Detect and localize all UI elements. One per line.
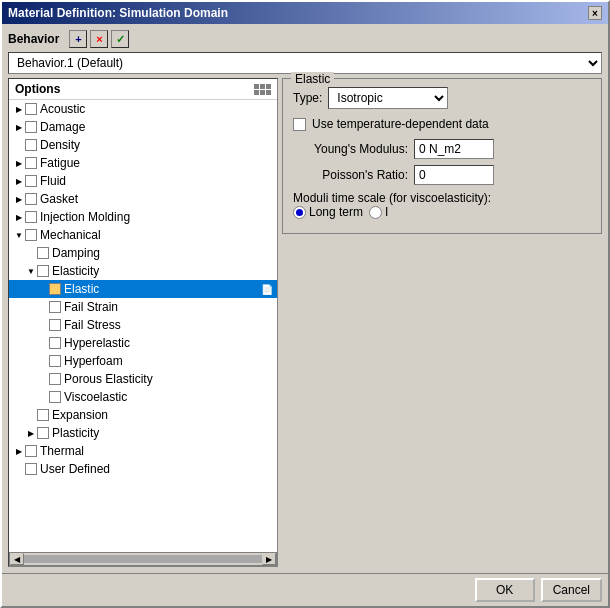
behavior-select[interactable]: Behavior.1 (Default) bbox=[8, 52, 602, 74]
add-behavior-button[interactable]: + bbox=[69, 30, 87, 48]
tree-item-acoustic[interactable]: ▶Acoustic bbox=[9, 100, 277, 118]
checkbox-fluid[interactable] bbox=[25, 175, 37, 187]
checkbox-damage[interactable] bbox=[25, 121, 37, 133]
tree-item-viscoelastic[interactable]: Viscoelastic bbox=[9, 388, 277, 406]
tree-item-hyperelastic[interactable]: Hyperelastic bbox=[9, 334, 277, 352]
expand-arrow-acoustic[interactable]: ▶ bbox=[13, 103, 25, 115]
tree-item-user-defined[interactable]: User Defined bbox=[9, 460, 277, 478]
behavior-row: Behavior.1 (Default) bbox=[8, 52, 602, 74]
tree-item-gasket[interactable]: ▶Gasket bbox=[9, 190, 277, 208]
checkbox-expansion[interactable] bbox=[37, 409, 49, 421]
radio-long-term-btn[interactable] bbox=[293, 206, 306, 219]
temp-checkbox-label: Use temperature-dependent data bbox=[312, 117, 489, 131]
expand-arrow-expansion bbox=[25, 409, 37, 421]
radio-instantaneous-btn[interactable] bbox=[369, 206, 382, 219]
checkbox-gasket[interactable] bbox=[25, 193, 37, 205]
expand-arrow-plasticity[interactable]: ▶ bbox=[25, 427, 37, 439]
tree-item-fail-stress[interactable]: Fail Stress bbox=[9, 316, 277, 334]
expand-arrow-damping bbox=[25, 247, 37, 259]
tree-label-injection-molding: Injection Molding bbox=[40, 210, 130, 224]
options-grid-icon bbox=[254, 84, 271, 95]
checkbox-porous-elasticity[interactable] bbox=[49, 373, 61, 385]
checkbox-elasticity[interactable] bbox=[37, 265, 49, 277]
expand-arrow-user-defined bbox=[13, 463, 25, 475]
tree-item-porous-elasticity[interactable]: Porous Elasticity bbox=[9, 370, 277, 388]
tree-label-plasticity: Plasticity bbox=[52, 426, 99, 440]
checkbox-user-defined[interactable] bbox=[25, 463, 37, 475]
scroll-right-btn[interactable]: ▶ bbox=[262, 553, 276, 565]
tree-item-expansion[interactable]: Expansion bbox=[9, 406, 277, 424]
youngs-input[interactable] bbox=[414, 139, 494, 159]
tree-item-mechanical[interactable]: ▼Mechanical bbox=[9, 226, 277, 244]
tree-item-injection-molding[interactable]: ▶Injection Molding bbox=[9, 208, 277, 226]
cancel-button[interactable]: Cancel bbox=[541, 578, 602, 602]
tree-item-elasticity[interactable]: ▼Elasticity bbox=[9, 262, 277, 280]
checkbox-elastic[interactable] bbox=[49, 283, 61, 295]
tree-item-density[interactable]: Density bbox=[9, 136, 277, 154]
right-panel: Elastic Type: Isotropic Orthotropic Anis… bbox=[282, 78, 602, 567]
tree-label-hyperfoam: Hyperfoam bbox=[64, 354, 123, 368]
expand-arrow-elasticity[interactable]: ▼ bbox=[25, 265, 37, 277]
bottom-bar: OK Cancel bbox=[2, 573, 608, 606]
moduli-label: Moduli time scale (for viscoelasticity): bbox=[293, 191, 491, 205]
expand-arrow-fluid[interactable]: ▶ bbox=[13, 175, 25, 187]
temp-checkbox[interactable] bbox=[293, 118, 306, 131]
youngs-row: Young's Modulus: bbox=[293, 139, 591, 159]
tree-item-damping[interactable]: Damping bbox=[9, 244, 277, 262]
tree-label-mechanical: Mechanical bbox=[40, 228, 101, 242]
remove-behavior-button[interactable]: × bbox=[90, 30, 108, 48]
checkbox-density[interactable] bbox=[25, 139, 37, 151]
expand-arrow-fatigue[interactable]: ▶ bbox=[13, 157, 25, 169]
tree-label-fatigue: Fatigue bbox=[40, 156, 80, 170]
checkbox-hyperelastic[interactable] bbox=[49, 337, 61, 349]
poissons-row: Poisson's Ratio: bbox=[293, 165, 591, 185]
tree-label-density: Density bbox=[40, 138, 80, 152]
expand-arrow-gasket[interactable]: ▶ bbox=[13, 193, 25, 205]
expand-arrow-thermal[interactable]: ▶ bbox=[13, 445, 25, 457]
radio-group: Long term I bbox=[293, 205, 388, 219]
checkbox-mechanical[interactable] bbox=[25, 229, 37, 241]
tree-item-elastic[interactable]: Elastic📄 bbox=[9, 280, 277, 298]
behavior-section: Behavior + × ✓ bbox=[8, 30, 602, 48]
checkbox-hyperfoam[interactable] bbox=[49, 355, 61, 367]
expand-arrow-fail-stress bbox=[37, 319, 49, 331]
radio-long-term-label: Long term bbox=[309, 205, 363, 219]
expand-arrow-injection-molding[interactable]: ▶ bbox=[13, 211, 25, 223]
tree-label-damping: Damping bbox=[52, 246, 100, 260]
checkbox-thermal[interactable] bbox=[25, 445, 37, 457]
scroll-left-btn[interactable]: ◀ bbox=[10, 553, 24, 565]
tree-item-damage[interactable]: ▶Damage bbox=[9, 118, 277, 136]
tree-label-fail-stress: Fail Stress bbox=[64, 318, 121, 332]
checkbox-viscoelastic[interactable] bbox=[49, 391, 61, 403]
tree-label-damage: Damage bbox=[40, 120, 85, 134]
checkbox-fatigue[interactable] bbox=[25, 157, 37, 169]
checkbox-plasticity[interactable] bbox=[37, 427, 49, 439]
tree-item-fluid[interactable]: ▶Fluid bbox=[9, 172, 277, 190]
checkbox-damping[interactable] bbox=[37, 247, 49, 259]
expand-arrow-mechanical[interactable]: ▼ bbox=[13, 229, 25, 241]
poissons-input[interactable] bbox=[414, 165, 494, 185]
expand-arrow-damage[interactable]: ▶ bbox=[13, 121, 25, 133]
expand-arrow-hyperfoam bbox=[37, 355, 49, 367]
scroll-track bbox=[24, 555, 262, 563]
checkbox-fail-strain[interactable] bbox=[49, 301, 61, 313]
check-behavior-button[interactable]: ✓ bbox=[111, 30, 129, 48]
tree-label-user-defined: User Defined bbox=[40, 462, 110, 476]
behavior-label: Behavior bbox=[8, 32, 59, 46]
close-button[interactable]: × bbox=[588, 6, 602, 20]
ok-button[interactable]: OK bbox=[475, 578, 535, 602]
type-select[interactable]: Isotropic Orthotropic Anisotropic bbox=[328, 87, 448, 109]
expand-arrow-density bbox=[13, 139, 25, 151]
poissons-label: Poisson's Ratio: bbox=[293, 168, 408, 182]
tree-area: ▶Acoustic▶DamageDensity▶Fatigue▶Fluid▶Ga… bbox=[9, 100, 277, 550]
tree-item-hyperfoam[interactable]: Hyperfoam bbox=[9, 352, 277, 370]
expand-arrow-elastic bbox=[37, 283, 49, 295]
checkbox-injection-molding[interactable] bbox=[25, 211, 37, 223]
checkbox-acoustic[interactable] bbox=[25, 103, 37, 115]
tree-item-fatigue[interactable]: ▶Fatigue bbox=[9, 154, 277, 172]
tree-item-thermal[interactable]: ▶Thermal bbox=[9, 442, 277, 460]
tree-item-plasticity[interactable]: ▶Plasticity bbox=[9, 424, 277, 442]
checkbox-fail-stress[interactable] bbox=[49, 319, 61, 331]
tree-item-fail-strain[interactable]: Fail Strain bbox=[9, 298, 277, 316]
expand-arrow-porous-elasticity bbox=[37, 373, 49, 385]
